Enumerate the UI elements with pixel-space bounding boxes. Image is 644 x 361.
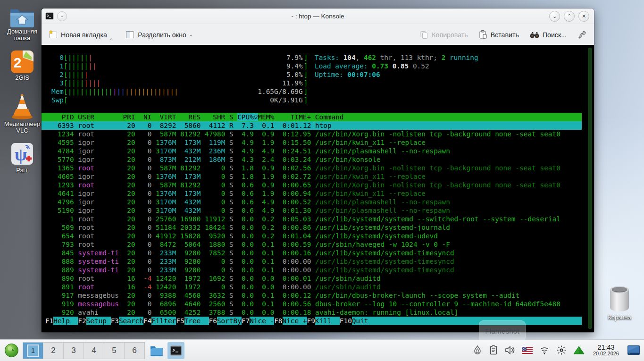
terminal-scrollbar[interactable] <box>588 48 592 329</box>
show-desktop-icon[interactable] <box>627 345 640 355</box>
process-row-1365[interactable]: 1365 root 20 0 587M 81292 0 S 1.8 0.9 0:… <box>42 164 582 172</box>
process-row-891[interactable]: 891 root 16 -4 12420 1972 0 S 0.0 0.0 0:… <box>42 283 582 291</box>
process-row-1[interactable]: 1 root 20 0 25760 16980 11912 S 0.0 0.2 … <box>42 215 582 223</box>
flameshot-tray-icon[interactable] <box>472 345 483 355</box>
meter-2: 2[|||||5.0%] <box>45 70 308 79</box>
desktop-icon-trash[interactable]: Корзина <box>598 284 641 321</box>
close-button[interactable]: ✕ <box>578 11 589 22</box>
copy-button[interactable]: Копировать <box>419 30 468 40</box>
htop-terminal[interactable]: 0[||||||7.9%]1[|||||||9.4%]2[|||||5.0%]3… <box>42 45 594 332</box>
sort-column-header[interactable]: CPU%▽ <box>237 113 258 121</box>
desktop-icon-home[interactable]: Домашняя папка <box>1 6 43 42</box>
process-row-1234[interactable]: 1234 root 20 0 587M 81292 47980 S 4.9 0.… <box>42 130 582 138</box>
fkey-label-F5[interactable]: Tree <box>184 317 209 325</box>
summary-line: Load average: 0.73 0.85 0.52 <box>315 62 429 70</box>
process-row-5770[interactable]: 5770 igor 20 0 873M 212M 186M S 4.3 2.4 … <box>42 155 582 164</box>
fkey-F9[interactable]: F9 <box>307 317 315 325</box>
updates-tray-icon[interactable] <box>573 345 585 355</box>
process-row-889[interactable]: 889 systemd-ti 20 0 233M 9280 0 S 0.0 0.… <box>42 266 582 274</box>
konsole-task-active[interactable] <box>167 342 184 359</box>
virtual-desktop-4[interactable]: 4 <box>84 343 104 359</box>
virtual-desktop-3[interactable]: 3 <box>64 343 84 359</box>
desktop-icon-2gis[interactable]: 2 2GIS <box>1 50 43 81</box>
fkey-F4[interactable]: F4 <box>143 317 151 325</box>
app-launcher-button[interactable] <box>4 343 19 358</box>
process-row-919[interactable]: 919 messagebus 20 0 6896 4640 2560 S 0.0… <box>42 300 582 308</box>
window-menu-button[interactable] <box>57 11 67 21</box>
minimize-button[interactable]: ⌄ <box>549 11 560 22</box>
fkey-F3[interactable]: F3 <box>111 317 119 325</box>
fkey-label-F3[interactable]: Search <box>119 317 143 325</box>
fkey-label-F2[interactable]: Setup <box>86 317 111 325</box>
fkey-label-F7[interactable]: Nice - <box>250 317 274 325</box>
settings-button[interactable] <box>577 30 587 40</box>
fkey-F2[interactable]: F2 <box>78 317 86 325</box>
fkey-F10[interactable]: F10 <box>340 317 352 325</box>
meter-0: 0[||||||7.9%] <box>45 53 308 62</box>
flameshot-toast: Flameshot <box>479 320 526 342</box>
process-row-654[interactable]: 654 root 20 0 41912 15828 9520 S 0.0 0.2… <box>42 232 582 240</box>
split-window-button[interactable]: Разделить окно ⌄ <box>125 30 193 40</box>
new-tab-button[interactable]: Новая вкладка ⌄ <box>48 30 113 40</box>
paste-icon <box>478 30 488 40</box>
virtual-desktop-5[interactable]: 5 <box>104 343 125 359</box>
titlebar[interactable]: - : htop — Konsole ⌄ ⌃ ✕ <box>42 8 594 24</box>
flameshot-toast-label: Flameshot <box>485 327 519 336</box>
search-button[interactable]: Поиск... <box>529 31 567 39</box>
active-desktop-window: 1 <box>27 344 39 357</box>
chevron-down-icon[interactable]: ⌄ <box>109 35 113 41</box>
process-row-888[interactable]: 888 systemd-ti 20 0 233M 9280 0 S 0.0 0.… <box>42 257 582 266</box>
virtual-desktop-2[interactable]: 2 <box>43 343 64 359</box>
process-row-5190[interactable]: 5190 igor 20 0 3170M 432M 0 S 0.6 4.9 0:… <box>42 206 582 215</box>
fkey-label-F8[interactable]: Nice + <box>283 317 307 325</box>
copy-label: Копировать <box>432 31 468 39</box>
vlc-icon <box>9 92 35 120</box>
summary-line: Uptime: 00:07:06 <box>315 70 380 79</box>
maximize-button[interactable]: ⌃ <box>564 11 575 22</box>
fkey-F7[interactable]: F7 <box>242 317 250 325</box>
process-row-917[interactable]: 917 messagebus 20 0 9388 4568 3632 S 0.0… <box>42 291 582 300</box>
process-row-890[interactable]: 890 root 16 -4 12420 1972 1692 S 0.0 0.0… <box>42 274 582 283</box>
virtual-desktop-1[interactable]: 1 <box>23 343 43 359</box>
clipboard-tray-icon[interactable] <box>489 345 498 355</box>
process-row-4796[interactable]: 4796 igor 20 0 3170M 432M 0 S 0.6 4.9 0:… <box>42 198 582 206</box>
desktop-icon-vlc[interactable]: Медиаплеер VLC <box>1 92 43 134</box>
clock-time: 21:43 <box>593 344 619 351</box>
desktop-icon-psi[interactable]: ψ Psi+ <box>1 142 43 174</box>
process-row-4641[interactable]: 4641 igor 20 0 1376M 173M 0 S 0.6 1.9 0:… <box>42 189 582 198</box>
paste-button[interactable]: Вставить <box>478 30 519 40</box>
fkey-F1[interactable]: F1 <box>45 317 53 325</box>
split-window-label: Разделить окно <box>138 31 186 39</box>
file-manager-task[interactable] <box>150 344 164 357</box>
new-tab-label: Новая вкладка <box>61 31 107 39</box>
process-row-845[interactable]: 845 systemd-ti 20 0 233M 9280 7852 S 0.0… <box>42 249 582 257</box>
volume-tray-icon[interactable] <box>504 345 516 355</box>
process-row-6393[interactable]: 6393 root 20 0 8292 5860 4112 R 7.3 0.1 … <box>42 121 582 130</box>
brightness-tray-icon[interactable] <box>556 345 567 355</box>
process-row-4784[interactable]: 4784 igor 20 0 3170M 432M 236M S 4.9 4.9… <box>42 147 582 155</box>
process-table-header[interactable]: PID USER PRI NI VIRT RES SHR S CPU%▽MEM%… <box>42 113 582 121</box>
fkey-F6[interactable]: F6 <box>209 317 217 325</box>
process-row-1293[interactable]: 1293 root 20 0 587M 81292 0 S 0.6 0.9 0:… <box>42 181 582 189</box>
process-row-4595[interactable]: 4595 igor 20 0 1376M 173M 119M S 4.9 1.9… <box>42 138 582 147</box>
virtual-desktop-6[interactable]: 6 <box>125 343 144 359</box>
keyboard-layout-flag-icon[interactable] <box>522 347 533 354</box>
konsole-window: - : htop — Konsole ⌄ ⌃ ✕ Новая вкладка ⌄… <box>42 8 594 332</box>
fkey-label-F10[interactable]: Quit <box>352 317 376 325</box>
process-row-920[interactable]: 920 avahi 20 0 6500 4252 3788 S 0.0 0.0 … <box>42 308 582 317</box>
fkey-label-F9[interactable]: Kill <box>315 317 340 325</box>
fkey-F8[interactable]: F8 <box>274 317 282 325</box>
process-row-509[interactable]: 509 root 20 0 51184 20332 18424 S 0.0 0.… <box>42 223 582 232</box>
fkey-F5[interactable]: F5 <box>176 317 184 325</box>
home-folder-icon <box>9 6 35 27</box>
fkey-label-F1[interactable]: Help <box>53 317 78 325</box>
fkey-label-F6[interactable]: SortBy <box>217 317 242 325</box>
process-row-793[interactable]: 793 root 20 0 8472 5064 1880 S 0.0 0.1 0… <box>42 240 582 249</box>
chevron-down-icon[interactable]: ⌄ <box>189 32 193 37</box>
fkey-label-F4[interactable]: Filter <box>151 317 176 325</box>
clock[interactable]: 21:43 20.02.2026 <box>593 344 619 357</box>
desktop-icon-label: Psi+ <box>1 167 43 174</box>
meter-1: 1[|||||||9.4%] <box>45 62 308 70</box>
process-row-4605[interactable]: 4605 igor 20 0 1376M 173M 0 S 1.8 1.9 0:… <box>42 172 582 181</box>
network-wifi-icon[interactable] <box>539 345 550 355</box>
